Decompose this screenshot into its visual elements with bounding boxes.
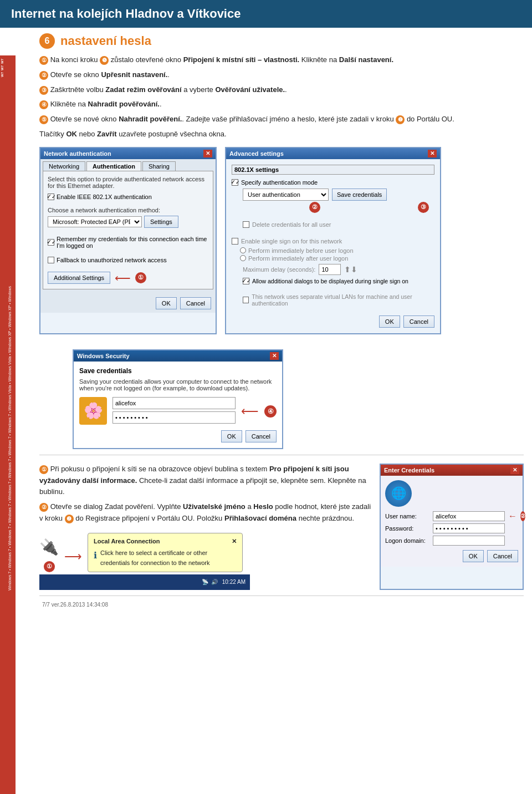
single-sign-on-checkbox[interactable] — [232, 238, 238, 245]
bottom-text: ① Při pokusu o připojení k síti se na ob… — [39, 464, 371, 590]
logon-domain-input[interactable] — [433, 536, 505, 546]
instr-bold-4: Zadat režim ověřování — [105, 85, 181, 94]
logon-domain-label: Logon domain: — [385, 537, 429, 544]
step-num-3: ③ — [39, 86, 48, 95]
adv-cancel-btn[interactable]: Cancel — [403, 315, 434, 328]
specify-auth-checkbox[interactable]: ✓ — [232, 179, 238, 186]
sec-ok-btn[interactable]: OK — [221, 430, 242, 442]
net-auth-titlebar: Network authentication ✕ — [40, 148, 216, 159]
step-ref-5: ❺ — [100, 56, 109, 65]
circle-num-1: ① — [135, 272, 146, 283]
user-auth-select[interactable]: User authentication — [243, 189, 329, 201]
settings-button[interactable]: Settings — [144, 216, 178, 228]
save-credentials-button[interactable]: Save credentials — [332, 189, 387, 201]
delete-cred-checkbox[interactable] — [243, 221, 249, 228]
tab-authentication[interactable]: Authentication — [86, 161, 141, 171]
step-num-2: ② — [39, 71, 48, 80]
bottom-step-ref-2: ❷ — [65, 515, 74, 523]
section-divider — [39, 455, 524, 455]
virtual-lans-checkbox[interactable] — [243, 297, 249, 303]
sec-input-area — [112, 397, 236, 426]
perform-before-radio[interactable] — [240, 247, 246, 253]
balloon-title: Local Area Connection ✕ — [94, 537, 237, 547]
enable-ieee-checkbox[interactable]: ✓ — [48, 194, 54, 200]
taskbar-icons: 📡 🔊 — [202, 578, 218, 587]
step-num-4: ④ — [39, 100, 48, 109]
username-input[interactable] — [433, 511, 505, 521]
bottom-bold-3: Heslo — [253, 502, 273, 511]
bottom-arrow-right: ⟶ — [64, 547, 82, 566]
enter-cred-body: 🌐 User name: ← ② Password: — [381, 476, 523, 567]
net-auth-tab-content: Select this option to provide authentica… — [43, 171, 213, 289]
instr-bold-ok: OK — [66, 130, 77, 138]
net-auth-ok-btn[interactable]: OK — [156, 297, 177, 309]
allow-dialogs-checkbox[interactable]: ✓ — [243, 278, 249, 284]
step-num-5: ⑤ — [39, 115, 48, 124]
sec-body: Save credentials Saving your credentials… — [74, 362, 282, 448]
taskbar-time: 10:22 AM — [222, 578, 245, 587]
instruction-1: ① Na konci kroku ❺ zůstalo otevřené okno… — [39, 54, 524, 66]
net-auth-cancel-btn[interactable]: Cancel — [180, 297, 211, 309]
adv-title: Advanced settings — [229, 150, 284, 157]
net-auth-close-btn[interactable]: ✕ — [203, 150, 212, 157]
os-badge-w7-2: W7 — [1, 65, 4, 70]
sec-circle-4: ④ — [264, 405, 277, 418]
fallback-checkbox[interactable] — [48, 257, 54, 263]
os-badge-w7-3: W7 — [1, 72, 4, 77]
enable-ieee-label: Enable IEEE 802.1X authentication — [57, 194, 152, 200]
sec-desc: Saving your credentials allows your comp… — [79, 378, 277, 391]
additional-settings-button[interactable]: Additional Settings — [48, 272, 110, 284]
sidebar-vertical-text: Windows 7 • Windows 7 • Windows 7 • Wind… — [8, 286, 12, 591]
perform-after-radio[interactable] — [240, 255, 246, 261]
instruction-5: ⑤ Otevře se nové okno Nahradit pověření.… — [39, 114, 524, 125]
instr-bold-6: Nahradit pověřování. — [88, 100, 160, 108]
page-header: Internet na kolejích Hladnov a Vítkovice — [0, 0, 532, 28]
header-title: Internet na kolejích Hladnov a Vítkovice — [11, 7, 241, 21]
fallback-label: Fallback to unauthorized network access — [57, 257, 167, 263]
balloon-close[interactable]: ✕ — [232, 537, 237, 547]
bottom-bold-4: Přihlašovací doména — [224, 514, 296, 522]
enter-arrow-2: ← — [508, 511, 517, 521]
network-icon: 📡 — [202, 578, 208, 587]
enter-cred-titlebar: Enter Credentials ✕ — [381, 465, 523, 476]
perform-after-label: Perform immediately after user logon — [248, 255, 348, 262]
step-1-icon: 🔌 — [39, 535, 59, 560]
enter-cred-cancel-btn[interactable]: Cancel — [487, 550, 518, 562]
tab-networking[interactable]: Networking — [43, 161, 85, 171]
bottom-step-2: ② — [39, 503, 48, 512]
sec-footer: OK Cancel — [79, 430, 277, 442]
section-heading: nastavení hesla — [60, 34, 151, 48]
perform-before-row: Perform immediately before user logon — [240, 247, 434, 254]
password-input[interactable] — [433, 523, 505, 533]
method-select[interactable]: Microsoft: Protected EAP (PEAP) — [48, 216, 142, 227]
enter-cred-ok-btn[interactable]: OK — [463, 550, 484, 562]
sec-password-input[interactable] — [112, 411, 236, 424]
instruction-3: ③ Zaškrtněte volbu Zadat režim ověřování… — [39, 84, 524, 96]
step-circle-6: 6 — [39, 33, 55, 49]
adv-body: 802.1X settings ✓ Specify authentication… — [226, 159, 440, 333]
delete-cred-label: Delete credentials for all user — [252, 221, 331, 228]
remember-cred-checkbox[interactable]: ✓ — [48, 239, 54, 246]
instruction-6: Tlačítky OK nebo Zavřít uzavřete postupn… — [39, 129, 524, 140]
tab-sharing[interactable]: Sharing — [142, 161, 176, 171]
net-auth-tabs: Networking Authentication Sharing — [43, 161, 213, 171]
fallback-row: Fallback to unauthorized network access — [48, 257, 208, 263]
max-delay-input[interactable] — [319, 264, 341, 275]
sec-close-btn[interactable]: ✕ — [270, 352, 279, 360]
sec-cancel-btn[interactable]: Cancel — [245, 430, 277, 442]
enter-cred-footer: OK Cancel — [385, 550, 518, 562]
enable-ieee-row: ✓ Enable IEEE 802.1X authentication — [48, 194, 208, 200]
adv-close-btn[interactable]: ✕ — [428, 150, 437, 157]
sidebar: W7 W7 W7 Windows 7 • Windows 7 • Windows… — [0, 55, 16, 794]
adv-ok-btn[interactable]: OK — [379, 315, 400, 328]
net-auth-dialog: Network authentication ✕ Networking Auth… — [39, 147, 217, 334]
user-auth-row: User authentication Save credentials ② ③ — [243, 189, 434, 201]
max-delay-label: Maximum delay (seconds): — [243, 266, 315, 273]
balloon-icon: ℹ — [94, 548, 97, 563]
adv-section-tab: 802.1X settings — [232, 165, 434, 175]
sec-username-input[interactable] — [112, 397, 236, 409]
allow-dialogs-label: Allow additional dialogs to be displayed… — [252, 278, 408, 284]
enter-cred-close-btn[interactable]: ✕ — [510, 466, 519, 474]
instr-bold-7: Nahradit pověření. — [119, 115, 182, 123]
bottom-instr-1: ① Při pokusu o připojení k síti se na ob… — [39, 464, 371, 498]
